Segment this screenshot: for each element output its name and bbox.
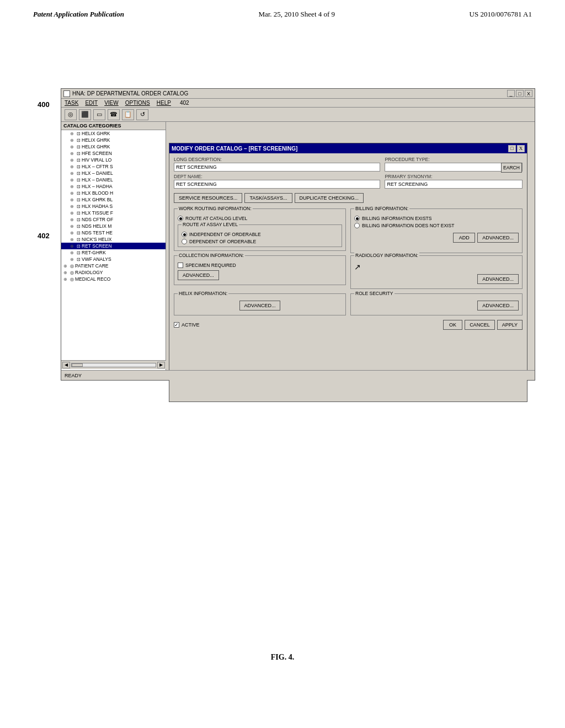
tree-item-patient[interactable]: ⊕ ◎ PATIENT CARE [61,263,166,269]
tree-item-14[interactable]: ⊕ ⊡ NDS CFTR OF [61,216,166,223]
tree-item-9[interactable]: ⊕ ⊡ HLX – HADHA [61,183,166,190]
dependent-item[interactable]: DEPENDENT OF ORDERABLE [182,239,338,244]
billing-not-exist-item[interactable]: BILLING INFORMATION DOES NOT EXIST [354,223,519,228]
tree-item-3[interactable]: ⊕ ⊡ HELIX GHRK [61,143,166,150]
route-catalog-item[interactable]: ROUTE AT CATALOG LEVEL [178,216,342,221]
independent-item[interactable]: INDEPENDENT OF ORDERABLE [182,232,338,237]
active-row: ✓ ACTIVE OK CANCEL APPLY [174,320,523,330]
expand-icon-patient: ⊕ [63,264,69,269]
toolbar-btn-2[interactable]: ⬛ [79,109,91,120]
specimen-required-item[interactable]: SPECIMEN REQUIRED [178,263,342,268]
inner-dialog: MODIFY ORDER CATALOG – [RET SCREENING] □… [169,143,527,402]
tree-item-6[interactable]: ⊕ ⊡ HLX – CFTR S [61,163,166,170]
node-icon-3: ⊡ [77,144,81,149]
tree-item-15[interactable]: ⊕ ⊡ NDS HELIX M [61,223,166,229]
outer-checkbox [63,90,70,97]
tree-item-7[interactable]: ⊕ ⊡ HLX – DANIEL [61,170,166,176]
advanced-btn-2[interactable]: ADVANCED... [178,270,219,280]
label-402: 402 [38,232,50,240]
node-icon-patient: ◎ [70,264,74,269]
billing-exists-item[interactable]: BILLING INFORMATION EXISTS [354,216,519,221]
expand-icon-2: ⊕ [70,138,76,143]
task-assays-btn[interactable]: TASK/ASSAYS... [244,193,292,203]
node-icon-ret-ghrk: ⊡ [77,250,81,255]
inner-restore-btn[interactable]: □ [508,145,516,152]
menu-help[interactable]: HELP [157,100,171,106]
dependent-radio[interactable] [182,239,187,244]
menu-task[interactable]: TASK [65,100,78,106]
radiology-section: RADIOLOGY INFORMATION: ↗ ADVANCED... [350,254,523,290]
proc-type-field[interactable]: EARCH [385,163,523,172]
toolbar-btn-1[interactable]: ◎ [65,109,77,120]
outer-close-btn[interactable]: X [525,90,532,97]
node-icon-10: ⊡ [77,191,81,196]
role-security-box: ROLE SECURITY ADVANCED... [350,293,523,315]
synonym-field[interactable]: RET SCREENING [385,180,523,189]
billing-exists-radio[interactable] [354,216,360,221]
advanced-btn-5[interactable]: ADVANCED... [477,301,519,311]
billing-group: BILLING INFORMATION EXISTS BILLING INFOR… [354,211,519,228]
advanced-btn-4[interactable]: ADVANCED... [239,301,281,311]
advanced-btn-1[interactable]: ADVANCED... [477,233,519,243]
tree-item-12[interactable]: ⊕ ⊡ HLX HADHA S [61,203,166,210]
independent-radio[interactable] [182,232,187,237]
tree-item-4[interactable]: ⊕ ⊡ HFE SCREEN [61,150,166,157]
tree-item-13[interactable]: ⊕ ⊡ HLX TISSUE F [61,210,166,216]
tree-item-16[interactable]: ⊕ ⊡ NDS TEST HE [61,229,166,236]
outer-minimize-btn[interactable]: _ [507,90,515,97]
expand-icon-ret-ghrk: ⊕ [70,250,76,255]
dept-field[interactable]: RET SCREENING [174,180,380,189]
scroll-thumb[interactable] [72,363,83,367]
search-button[interactable]: EARCH [501,163,522,173]
tree-item-ret-screen[interactable]: ⊕ ⊡ RET SCREEN [61,243,166,249]
toolbar-btn-5[interactable]: 📋 [122,109,134,120]
ok-btn[interactable]: OK [443,320,462,330]
specimen-required-checkbox[interactable] [178,263,183,268]
cancel-btn[interactable]: CANCEL [465,320,495,330]
toolbar-btn-3[interactable]: ▭ [93,109,105,120]
expand-icon-medical: ⊕ [63,277,69,282]
tree-item-11[interactable]: ⊕ ⊡ HLX GHRK BL [61,196,166,203]
node-icon-15: ⊡ [77,224,81,229]
advanced-btn-3[interactable]: ADVANCED... [477,274,519,284]
scroll-right-btn[interactable]: ▶ [157,362,165,368]
menu-number: 402 [180,100,189,106]
menu-edit[interactable]: EDIT [85,100,98,106]
toolbar-btn-6[interactable]: ↺ [136,109,148,120]
tree-item-17[interactable]: ⊕ ⊡ NICK'S HELIX [61,236,166,243]
node-icon-17: ⊡ [77,237,81,242]
tree-item-10[interactable]: ⊕ ⊡ HLX BLOOD H [61,190,166,196]
route-catalog-radio[interactable] [178,216,183,221]
tree-item-8[interactable]: ⊕ ⊡ HLX – DANIEL [61,176,166,183]
node-icon-4: ⊡ [77,151,81,156]
tree-item-vwf[interactable]: ⊕ ⊡ VWF ANALYS [61,256,166,263]
expand-icon-11: ⊕ [70,197,76,202]
tree-item-medical[interactable]: ⊕ ◎ MEDICAL RECO [61,276,166,282]
expand-icon-14: ⊕ [70,217,76,222]
toolbar-btn-4[interactable]: ☎ [108,109,120,120]
active-checkbox[interactable]: ✓ [174,322,179,328]
outer-restore-btn[interactable]: □ [516,90,524,97]
tree-item-1[interactable]: ⊕ ⊡ HELIX GHRK [61,130,166,137]
add-btn[interactable]: ADD [453,233,475,243]
helix-box: HELIX INFORMATION: ADVANCED... [174,293,346,315]
tree-item-radiology[interactable]: ⊕ ◎ RADIOLOGY [61,269,166,276]
expand-icon-6: ⊕ [70,164,76,169]
tree-item-5[interactable]: ⊕ ⊡ HIV VIRAL LO [61,157,166,163]
scroll-left-btn[interactable]: ◀ [62,362,70,368]
billing-not-exist-radio[interactable] [354,223,360,228]
helix-btn-row: ADVANCED... [178,301,342,311]
route-assay-box: ROUTE AT ASSAY LEVEL INDEPENDENT OF ORDE… [178,224,342,247]
duplicate-checking-btn[interactable]: DUPLICATE CHECKING... [295,193,364,203]
outer-toolbar: ◎ ⬛ ▭ ☎ 📋 ↺ [61,108,535,122]
menu-options[interactable]: OPTIONS [125,100,150,106]
tree-item-ret-ghrk[interactable]: ⊕ ⊡ RET-GHRK [61,249,166,256]
scroll-track[interactable] [71,363,156,367]
menu-view[interactable]: VIEW [104,100,119,106]
inner-close-btn[interactable]: X [517,145,525,152]
long-desc-field[interactable]: RET SCREENING [174,163,380,172]
node-icon-6: ⊡ [77,164,81,169]
service-resources-btn[interactable]: SERVICE RESOURCES... [174,193,242,203]
apply-btn[interactable]: APPLY [497,320,523,330]
tree-item-2[interactable]: ⊕ ⊡ HELIX GHRK [61,137,166,143]
